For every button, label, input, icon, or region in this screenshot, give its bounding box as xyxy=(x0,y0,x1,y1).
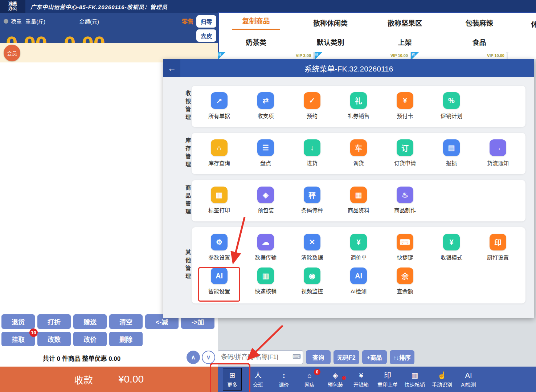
toolbar-prepack[interactable]: ◈预包装⊗ xyxy=(326,368,345,391)
vip-price: VIP 3.00 xyxy=(296,53,311,58)
dialog-header: ← 系统菜单-FK.32.20260116 xyxy=(163,59,534,77)
menu-item-label: 智能设置 xyxy=(208,287,230,295)
gift-button[interactable]: 赠送 xyxy=(73,314,107,329)
menu-item-kitchen-print[interactable]: 印厨打设置 xyxy=(475,232,521,265)
kitchen-print-icon: 印 xyxy=(490,234,506,250)
scroll-down-button[interactable]: ∨ xyxy=(202,351,215,364)
label-print-icon: ▥ xyxy=(211,187,228,203)
pay-button[interactable]: 收款 ¥0.00 xyxy=(0,367,218,392)
toolbar-ai-detect[interactable]: AIAI检测 xyxy=(459,368,478,391)
tab-row1-0[interactable]: 复制商品 xyxy=(232,16,280,30)
toolbar-label: 重印上单 xyxy=(377,381,398,388)
menu-group: 库存管理⌂库存查询☰盘点↓进货车调货订订货申请▤报损→货流通知 xyxy=(180,133,534,174)
menu-item-logistics-notice[interactable]: →货流通知 xyxy=(475,137,521,171)
menu-item-quick-verify[interactable]: ▥快速核销 xyxy=(242,265,289,299)
tab-row1-1[interactable]: 散称休闲类 xyxy=(313,18,348,28)
menu-item-order-request[interactable]: 订订货申请 xyxy=(382,137,428,171)
toolbar-online-store[interactable]: ⌂网店0 xyxy=(300,368,319,391)
menu-item-coupon-sales[interactable]: 礼礼券销售 xyxy=(335,90,382,124)
reservation-icon: ✓ xyxy=(304,92,320,109)
search-input[interactable] xyxy=(218,350,303,364)
menu-item-clear-data[interactable]: ✕清除数据 xyxy=(289,232,335,265)
menu-item-balance-query[interactable]: 余查余额 xyxy=(382,265,428,299)
clear-button[interactable]: 清空 xyxy=(109,314,143,329)
ai-settings-icon: AI xyxy=(211,268,228,284)
toolbar-reprint-last[interactable]: 印重印上单 xyxy=(377,368,398,391)
product-card[interactable]: 称VIP 10.00 xyxy=(411,52,507,59)
menu-item-param-settings[interactable]: ⚙参数设置 xyxy=(196,232,242,265)
menu-item-purchase-in[interactable]: ↓进货 xyxy=(289,137,335,171)
toolbar-cash-drawer[interactable]: ¥开钱箱 xyxy=(352,368,371,391)
menu-item-label: 视频监控 xyxy=(301,287,323,295)
menu-item-product-make[interactable]: ♨商品制作 xyxy=(382,184,428,218)
menu-item-stocktake[interactable]: ☰盘点 xyxy=(242,137,289,171)
vip-price: VIP 10.00 xyxy=(390,53,408,58)
zero-button[interactable]: 归零 xyxy=(196,15,216,28)
delete-button[interactable]: 删除 xyxy=(109,332,143,346)
toolbar-manual-recognize[interactable]: ☝手动识别 xyxy=(432,368,452,391)
menu-item-prepaid-card[interactable]: ¥预付卡 xyxy=(382,90,428,124)
menu-item-stock-query[interactable]: ⌂库存查询 xyxy=(196,137,242,171)
tab-row2-3[interactable]: 食品 xyxy=(472,37,486,47)
pay-amount: ¥0.00 xyxy=(118,373,144,385)
tab-row2-1[interactable]: 默认类别 xyxy=(316,37,344,47)
prepack-icon: ◈ xyxy=(332,371,338,380)
tare-button[interactable]: 去皮 xyxy=(196,29,216,42)
product-card[interactable]: 称VIP 10.00 xyxy=(315,52,410,59)
menu-item-label: 库存查询 xyxy=(208,159,230,167)
scroll-up-button[interactable]: ∧ xyxy=(187,351,200,364)
tab-row-2: 奶茶类默认类别上架食品 xyxy=(219,32,536,52)
menu-item-data-transfer[interactable]: ☁数据传输 xyxy=(242,232,289,265)
keyboard-icon[interactable]: ⌨ xyxy=(292,353,301,360)
scale-panel: 稳重 重量(斤) 金额(元) 零售 0.00 0.00 归零 去皮 xyxy=(0,13,218,43)
tab-row2-0[interactable]: 奶茶类 xyxy=(246,37,266,47)
price-adjust-sheet-icon: ¥ xyxy=(350,234,367,250)
barcode-scale-icon: 秤 xyxy=(304,187,320,203)
toolbar-label: 开钱箱 xyxy=(353,381,369,388)
discount-button[interactable]: 打折 xyxy=(37,314,71,329)
product-card[interactable]: 称VIP 3.00 xyxy=(218,52,313,59)
menu-item-damage-report[interactable]: ▤报损 xyxy=(428,137,475,171)
menu-item-video-monitor[interactable]: ◉视频监控 xyxy=(289,265,335,299)
tab-partial[interactable]: 休 xyxy=(531,19,536,29)
menu-item-barcode-scale[interactable]: 秤条码传秤 xyxy=(289,184,335,218)
menu-group-card: ▥标签打印◈预包装秤条码传秤▦商品资料♨商品制作 xyxy=(192,180,525,221)
query-button[interactable]: 查询 xyxy=(306,350,331,364)
toolbar-shift-change[interactable]: 人交班 xyxy=(249,368,267,391)
menu-item-reservation[interactable]: ✓预约 xyxy=(289,90,335,124)
tab-row1-2[interactable]: 散称坚果区 xyxy=(388,18,422,28)
menu-item-ai-settings[interactable]: AI智能设置 xyxy=(196,265,242,299)
hotkeys-icon: ⌨ xyxy=(397,234,413,250)
sort-button[interactable]: ↑↓排序 xyxy=(390,350,414,364)
tab-row2-2[interactable]: 上架 xyxy=(398,37,412,47)
menu-item-product-info[interactable]: ▦商品资料 xyxy=(335,184,382,218)
menu-item-goods-transfer[interactable]: 车调货 xyxy=(335,137,382,171)
change-price-button[interactable]: 改价 xyxy=(73,332,107,346)
add-item-button[interactable]: +商品 xyxy=(362,350,387,364)
online-store-icon: ⌂ xyxy=(307,371,312,380)
toolbar-quick-verify[interactable]: ▥快速核销 xyxy=(405,368,425,391)
menu-item-income-expense[interactable]: ⇄收支项 xyxy=(242,90,289,124)
function-buttons: 退货打折赠送清空<-减->加 挂取10改数改价删除 xyxy=(0,314,218,351)
toolbar-more[interactable]: ⊞更多 xyxy=(223,368,242,391)
menu-item-prepack[interactable]: ◈预包装 xyxy=(242,184,289,218)
hold-retrieve-button[interactable]: 挂取10 xyxy=(1,332,35,346)
menu-item-cashier-mode[interactable]: ¥收银模式 xyxy=(428,232,475,265)
change-qty-button[interactable]: 改数 xyxy=(37,332,71,346)
vip-price: VIP 10.00 xyxy=(487,53,504,58)
tab-row1-3[interactable]: 包装麻辣 xyxy=(465,18,493,28)
menu-item-all-receipts[interactable]: ↗所有单据 xyxy=(196,90,242,124)
menu-item-promotion-plan[interactable]: %促销计划 xyxy=(428,90,475,124)
toolbar-cross-badge: ⊗ xyxy=(340,375,348,381)
menu-item-ai-detect[interactable]: AIAI检测 xyxy=(335,265,382,299)
menu-group-label: 商品管理 xyxy=(180,185,192,217)
menu-item-hotkeys[interactable]: ⌨快捷键 xyxy=(382,232,428,265)
toolbar-price-adjust[interactable]: ↕调价 xyxy=(274,368,293,391)
menu-item-label-print[interactable]: ▥标签打印 xyxy=(196,184,242,218)
sale-mode-label: 零售 xyxy=(182,17,193,25)
menu-item-price-adjust-sheet[interactable]: ¥调价单 xyxy=(335,232,382,265)
no-code-button[interactable]: 无码F2 xyxy=(334,350,359,364)
member-button[interactable]: 会员 xyxy=(4,45,20,61)
refund-button[interactable]: 退货 xyxy=(1,314,35,329)
product-card[interactable] xyxy=(508,52,536,59)
